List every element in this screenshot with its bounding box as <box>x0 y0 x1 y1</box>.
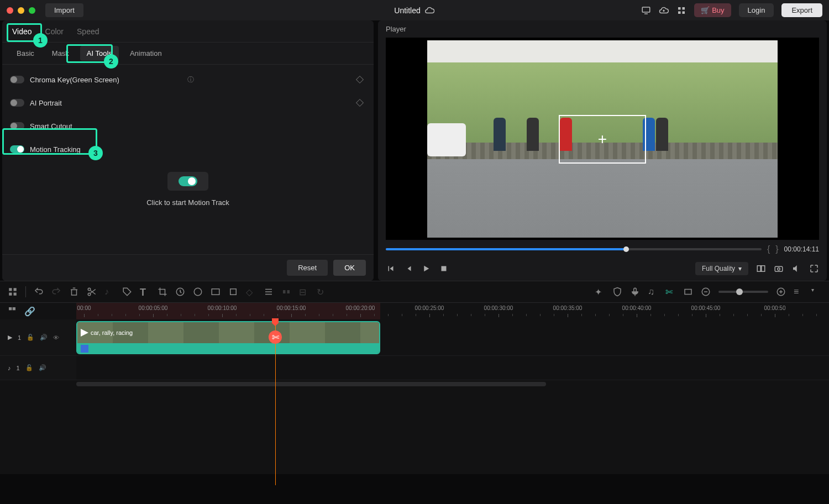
mute-icon[interactable]: 🔊 <box>39 364 46 371</box>
cut-marker-icon[interactable]: ✄ <box>269 330 282 344</box>
quality-button[interactable]: Full Quality ▾ <box>695 262 748 275</box>
compare-icon[interactable] <box>756 264 766 274</box>
motion-toggle[interactable] <box>10 145 24 153</box>
display-icon[interactable] <box>641 6 651 15</box>
portrait-label: AI Portrait <box>30 99 188 107</box>
import-button[interactable]: Import <box>45 3 83 17</box>
text-icon[interactable]: T <box>140 287 150 297</box>
keyframe-tool-icon[interactable]: ◇ <box>246 287 256 297</box>
eye-icon[interactable]: 👁 <box>53 334 59 341</box>
redo-icon[interactable] <box>51 287 61 297</box>
render-icon[interactable] <box>683 287 693 297</box>
picture-icon[interactable] <box>211 287 221 297</box>
keyframe-icon[interactable] <box>356 76 364 83</box>
speed-icon[interactable] <box>175 287 185 297</box>
refresh-icon[interactable]: ↻ <box>317 287 327 297</box>
player-progress[interactable] <box>386 248 762 250</box>
video-track-number: 1 <box>18 334 21 341</box>
audio-track-icon[interactable]: ♫ <box>648 287 658 297</box>
crop-icon[interactable] <box>158 287 167 297</box>
login-button[interactable]: Login <box>739 3 774 17</box>
adjust-icon[interactable] <box>264 287 274 297</box>
info-icon[interactable]: ⓘ <box>187 75 194 85</box>
lock-icon[interactable]: 🔓 <box>25 364 33 371</box>
chroma-toggle[interactable] <box>10 76 24 83</box>
apps-grid-icon[interactable] <box>676 6 686 15</box>
timeline-ruler[interactable]: 🔗 00:0000:00:05:0000:00:10:0000:00:15:00… <box>0 303 829 319</box>
expand-icon[interactable] <box>228 287 238 297</box>
subtab-basic[interactable]: Basic <box>10 46 41 61</box>
ruler-label: 00:00:05:00 <box>139 305 168 311</box>
cloud-sync-icon[interactable] <box>425 6 435 15</box>
svg-rect-2 <box>683 7 685 10</box>
link-icon[interactable]: 🔗 <box>24 306 33 315</box>
mark-out-icon[interactable]: } <box>775 244 778 254</box>
reset-button[interactable]: Reset <box>287 260 328 276</box>
lock-icon[interactable]: 🔓 <box>27 334 34 341</box>
track-size-icon[interactable]: ≡ <box>794 287 804 297</box>
timeline-scrollbar[interactable] <box>0 380 829 388</box>
cutout-label: Smart Cutout <box>30 122 366 130</box>
chevron-down-icon: ▾ <box>738 265 742 272</box>
prev-frame-icon[interactable] <box>386 264 396 274</box>
player-viewport[interactable] <box>386 38 819 240</box>
tool-smart-cutout: Smart Cutout <box>10 114 366 138</box>
export-button[interactable]: Export <box>781 3 822 17</box>
thumbnail-toggle-icon[interactable] <box>8 306 17 315</box>
tracking-target-box[interactable] <box>559 115 646 164</box>
subtab-ai-tools[interactable]: AI Tools <box>80 46 119 61</box>
portrait-toggle[interactable] <box>10 99 24 107</box>
enhance-icon[interactable]: ✦ <box>595 287 605 297</box>
mic-icon[interactable] <box>630 287 640 297</box>
cutout-toggle[interactable] <box>10 122 24 130</box>
subtab-mask[interactable]: Mask <box>45 46 76 61</box>
buy-button[interactable]: 🛒 Buy <box>694 3 731 17</box>
play-backward-icon[interactable] <box>403 264 413 274</box>
marker-icon[interactable]: ✄ <box>665 287 675 297</box>
minimize-window-icon[interactable] <box>18 7 24 14</box>
svg-rect-12 <box>9 293 12 296</box>
snapshot-icon[interactable] <box>774 264 784 274</box>
tab-speed[interactable]: Speed <box>77 22 99 41</box>
mute-icon[interactable]: 🔊 <box>40 334 48 341</box>
svg-rect-10 <box>9 288 12 291</box>
zoom-slider[interactable] <box>718 291 768 293</box>
fullscreen-icon[interactable] <box>809 264 819 274</box>
motion-start-toggle[interactable] <box>179 176 197 186</box>
tab-color[interactable]: Color <box>45 22 64 41</box>
color-correct-icon[interactable] <box>193 287 203 297</box>
zoom-out-icon[interactable] <box>701 287 711 297</box>
zoom-in-icon[interactable] <box>776 287 786 297</box>
motion-label: Motion Tracking <box>30 145 366 154</box>
audio-track-row: ♪ 1 🔓 🔊 <box>0 356 829 380</box>
video-clip[interactable]: car, rally, racing <box>76 321 380 354</box>
svg-rect-7 <box>762 266 765 272</box>
ruler-label: 00:00:40:00 <box>622 305 652 311</box>
play-icon[interactable] <box>421 264 431 274</box>
tag-icon[interactable] <box>122 287 132 297</box>
tool-motion-tracking: Motion Tracking <box>10 138 366 161</box>
tab-video[interactable]: Video <box>12 22 32 41</box>
mark-in-icon[interactable]: { <box>767 244 770 254</box>
layout-icon[interactable] <box>8 287 18 297</box>
audio-detach-icon[interactable]: ♪ <box>104 287 114 297</box>
keyframe-icon[interactable] <box>356 99 364 107</box>
shield-icon[interactable] <box>612 287 622 297</box>
fullscreen-window-icon[interactable] <box>29 7 35 14</box>
chevron-down-icon[interactable]: ▾ <box>811 287 821 297</box>
delete-icon[interactable] <box>69 287 79 297</box>
cut-icon[interactable] <box>87 287 97 297</box>
video-track-row: ▶ 1 🔓 🔊 👁 car, rally, racing ✄ <box>0 319 829 356</box>
ruler-label: 00:00:35:00 <box>553 305 583 311</box>
stop-icon[interactable] <box>439 264 449 274</box>
undo-icon[interactable] <box>34 287 44 297</box>
window-controls <box>7 7 35 14</box>
ungroup-icon[interactable]: ⊟ <box>299 287 309 297</box>
ok-button[interactable]: OK <box>333 260 366 276</box>
subtab-animation[interactable]: Animation <box>123 46 169 61</box>
close-window-icon[interactable] <box>7 7 13 14</box>
volume-icon[interactable] <box>791 264 801 274</box>
group-icon[interactable] <box>281 287 291 297</box>
cloud-download-icon[interactable] <box>659 6 669 15</box>
quality-label: Full Quality <box>702 265 735 272</box>
